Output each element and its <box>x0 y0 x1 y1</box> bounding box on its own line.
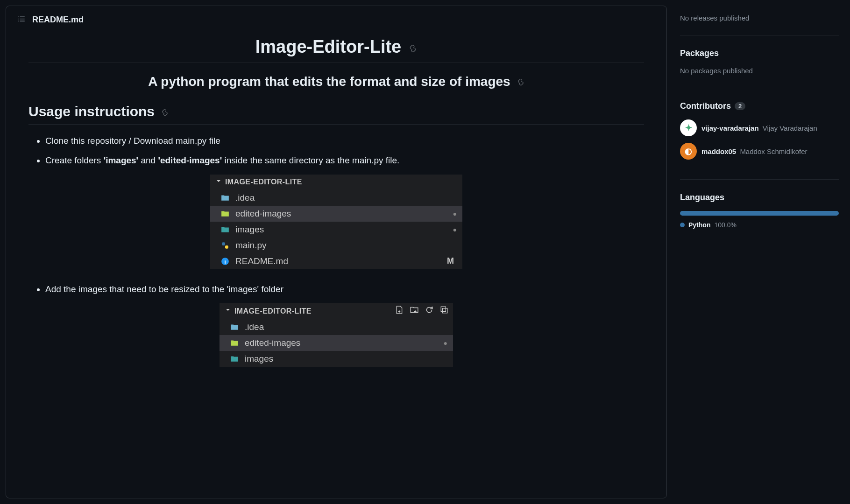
anchor-link-icon[interactable] <box>161 104 169 119</box>
step-clone: Clone this repository / Download main.py… <box>45 134 644 148</box>
language-percent: 100.0% <box>714 221 736 229</box>
releases-section: No releases published <box>680 14 839 35</box>
contributors-section: Contributors 2 ✦ vijay-varadarajan Vijay… <box>680 101 839 180</box>
contributors-count: 2 <box>735 102 745 110</box>
contributor-username: vijay-varadarajan <box>701 124 759 132</box>
modified-marker: M <box>447 256 454 266</box>
folder-icon <box>220 209 230 218</box>
chevron-down-icon[interactable] <box>224 306 232 316</box>
folder-icon <box>220 225 230 234</box>
tree-item-label: README.md <box>235 256 441 266</box>
dot-icon: ● <box>453 210 457 217</box>
packages-section: Packages No packages published <box>680 49 839 88</box>
tree-row[interactable]: .idea <box>210 190 462 206</box>
tree-header: IMAGE-EDITOR-LITE <box>210 175 462 190</box>
readme-title-heading: Image-Editor-Lite <box>28 37 644 63</box>
language-name: Python <box>688 221 710 229</box>
svg-rect-1 <box>225 245 228 249</box>
readme-panel: README.md Image-Editor-Lite A python pro… <box>0 0 673 504</box>
instructions-list: Clone this repository / Download main.py… <box>28 134 644 168</box>
readme-content: Image-Editor-Lite A python program that … <box>6 33 666 399</box>
vscode-tree-1: IMAGE-EDITOR-LITE .idea edited-images ● … <box>210 175 462 269</box>
contributors-heading[interactable]: Contributors 2 <box>680 101 839 111</box>
tree-item-label: edited-images <box>245 338 438 348</box>
svg-rect-4 <box>441 307 446 311</box>
readme-subtitle: A python program that edits the format a… <box>148 74 510 89</box>
svg-rect-0 <box>222 242 225 245</box>
new-file-icon[interactable] <box>395 306 404 316</box>
chevron-down-icon[interactable] <box>215 177 222 187</box>
languages-section: Languages Python 100.0% <box>680 193 839 229</box>
anchor-link-icon[interactable] <box>517 74 524 89</box>
sidebar: No releases published Packages No packag… <box>673 0 850 504</box>
languages-heading[interactable]: Languages <box>680 193 839 203</box>
tree-item-label: images <box>245 354 447 364</box>
folder-icon <box>230 354 239 364</box>
readme-subtitle-heading: A python program that edits the format a… <box>28 74 644 94</box>
usage-heading-text: Usage instructions <box>28 104 155 119</box>
dot-icon: ● <box>444 339 447 347</box>
tree-root: IMAGE-EDITOR-LITE <box>225 178 302 186</box>
folder-icon <box>230 322 239 332</box>
readme-box: README.md Image-Editor-Lite A python pro… <box>6 6 667 498</box>
readme-header: README.md <box>6 6 666 33</box>
step-create-folders: Create folders 'images' and 'edited-imag… <box>45 154 644 168</box>
instructions-list-2: Add the images that need to be resized t… <box>28 282 644 296</box>
step-add-images: Add the images that need to be resized t… <box>45 282 644 296</box>
contributor-username: maddox05 <box>701 147 736 155</box>
language-dot-icon <box>680 223 685 227</box>
tree-header: IMAGE-EDITOR-LITE <box>220 303 453 319</box>
tree-row[interactable]: i README.md M <box>210 253 462 269</box>
tree-row[interactable]: images ● <box>210 222 462 238</box>
readme-filename[interactable]: README.md <box>32 15 84 25</box>
tree-root: IMAGE-EDITOR-LITE <box>234 307 312 315</box>
contributor-fullname: Maddox Schmidlkofer <box>740 147 807 155</box>
language-bar <box>680 211 839 216</box>
language-row[interactable]: Python 100.0% <box>680 221 839 229</box>
readme-title: Image-Editor-Lite <box>255 37 401 57</box>
contributor-row[interactable]: ◐ maddox05 Maddox Schmidlkofer <box>680 143 839 160</box>
folder-icon <box>230 338 239 348</box>
packages-heading[interactable]: Packages <box>680 49 839 58</box>
anchor-link-icon[interactable] <box>409 37 417 57</box>
svg-rect-5 <box>443 308 447 313</box>
tree-item-label: images <box>235 224 447 235</box>
tree-row[interactable]: main.py <box>210 238 462 253</box>
tree-item-label: .idea <box>235 193 457 203</box>
refresh-icon[interactable] <box>425 306 433 316</box>
svg-text:i: i <box>224 259 226 264</box>
avatar: ◐ <box>680 143 697 160</box>
tree-row[interactable]: edited-images ● <box>210 206 462 222</box>
list-icon[interactable] <box>17 14 26 25</box>
tree-actions <box>395 306 448 316</box>
new-folder-icon[interactable] <box>410 306 418 316</box>
tree-item-label: .idea <box>245 322 447 332</box>
info-file-icon: i <box>220 257 230 266</box>
tree-row[interactable]: images <box>220 351 453 367</box>
vscode-tree-2: IMAGE-EDITOR-LITE .idea edited-images <box>220 303 453 367</box>
contributor-row[interactable]: ✦ vijay-varadarajan Vijay Varadarajan <box>680 119 839 136</box>
tree-item-label: edited-images <box>235 209 447 219</box>
folder-icon <box>220 193 230 203</box>
contributor-fullname: Vijay Varadarajan <box>763 124 817 132</box>
tree-item-label: main.py <box>235 240 457 251</box>
usage-heading: Usage instructions <box>28 104 644 125</box>
tree-row[interactable]: .idea <box>220 319 453 335</box>
collapse-icon[interactable] <box>440 306 448 316</box>
avatar: ✦ <box>680 119 697 136</box>
tree-row[interactable]: edited-images ● <box>220 335 453 351</box>
python-file-icon <box>220 241 230 250</box>
dot-icon: ● <box>453 226 457 233</box>
releases-empty: No releases published <box>680 14 839 22</box>
packages-empty: No packages published <box>680 67 839 75</box>
